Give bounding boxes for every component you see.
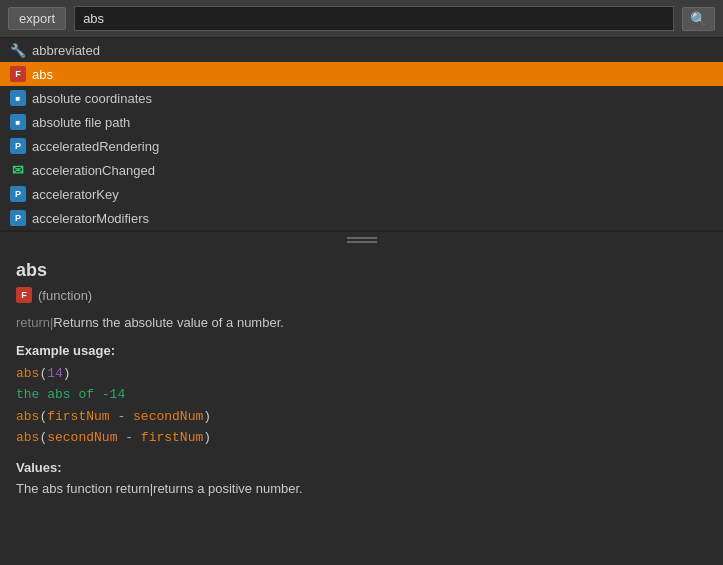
detail-description: return|Returns the absolute value of a n…	[16, 313, 707, 333]
list-item-label: abbreviated	[32, 43, 100, 58]
toolbar: export 🔍	[0, 0, 723, 38]
export-button[interactable]: export	[8, 7, 66, 30]
values-label: Values:	[16, 460, 707, 475]
example-label: Example usage:	[16, 343, 707, 358]
detail-type-icon: F	[16, 287, 32, 303]
values-text: The abs function return|returns a positi…	[16, 479, 707, 499]
code-part: 14	[47, 366, 63, 381]
code-part: abs	[16, 430, 39, 445]
drag-lines	[347, 237, 377, 243]
code-part: abs	[16, 366, 39, 381]
code-line: abs(secondNum - firstNum)	[16, 428, 707, 448]
list-item-label: acceleratorKey	[32, 187, 119, 202]
detail-type-label: (function)	[38, 288, 92, 303]
code-part: firstNum	[141, 430, 203, 445]
code-part: )	[203, 409, 211, 424]
code-part: abs	[16, 409, 39, 424]
code-line: the abs of -14	[16, 385, 707, 405]
list-item-label: absolute file path	[32, 115, 130, 130]
code-part: -	[117, 430, 140, 445]
list-item-icon: ■	[10, 114, 26, 130]
list-item-icon: 🔧	[10, 42, 26, 58]
list-item-icon: F	[10, 66, 26, 82]
code-line: abs(firstNum - secondNum)	[16, 407, 707, 427]
list-item-icon: P	[10, 138, 26, 154]
desc-body: Returns the absolute value of a number.	[53, 315, 284, 330]
detail-section: abs F (function) return|Returns the abso…	[0, 248, 723, 508]
code-part: firstNum	[47, 409, 109, 424]
list-item[interactable]: Fabs	[0, 62, 723, 86]
code-part: )	[203, 430, 211, 445]
list-item-label: accelerationChanged	[32, 163, 155, 178]
code-part: secondNum	[47, 430, 117, 445]
code-part: the abs of -14	[16, 387, 125, 402]
list-section: 🔧abbreviatedFabs■absolute coordinates■ab…	[0, 38, 723, 232]
search-icon-button[interactable]: 🔍	[682, 7, 715, 31]
code-block: abs(14)the abs of -14abs(firstNum - seco…	[16, 364, 707, 448]
list-item[interactable]: PacceleratorModifiers	[0, 206, 723, 230]
list-item[interactable]: ■absolute coordinates	[0, 86, 723, 110]
code-line: abs(14)	[16, 364, 707, 384]
list-item[interactable]: PacceleratorKey	[0, 182, 723, 206]
detail-type: F (function)	[16, 287, 707, 303]
list-item[interactable]: ✉accelerationChanged	[0, 158, 723, 182]
code-part: secondNum	[133, 409, 203, 424]
list-item-icon: P	[10, 186, 26, 202]
list-item[interactable]: ■absolute file path	[0, 110, 723, 134]
list-item[interactable]: 🔧abbreviated	[0, 38, 723, 62]
drag-handle[interactable]	[0, 232, 723, 248]
code-part: )	[63, 366, 71, 381]
list-item-label: abs	[32, 67, 53, 82]
list-item-icon: ■	[10, 90, 26, 106]
list-item-icon: P	[10, 210, 26, 226]
list-item[interactable]: PacceleratedRendering	[0, 134, 723, 158]
list-item-label: absolute coordinates	[32, 91, 152, 106]
search-input[interactable]	[74, 6, 674, 31]
code-part: -	[110, 409, 133, 424]
list-item-label: acceleratedRendering	[32, 139, 159, 154]
list-item-label: acceleratorModifiers	[32, 211, 149, 226]
desc-prefix: return|	[16, 315, 53, 330]
detail-title: abs	[16, 260, 707, 281]
list-item-icon: ✉	[10, 162, 26, 178]
